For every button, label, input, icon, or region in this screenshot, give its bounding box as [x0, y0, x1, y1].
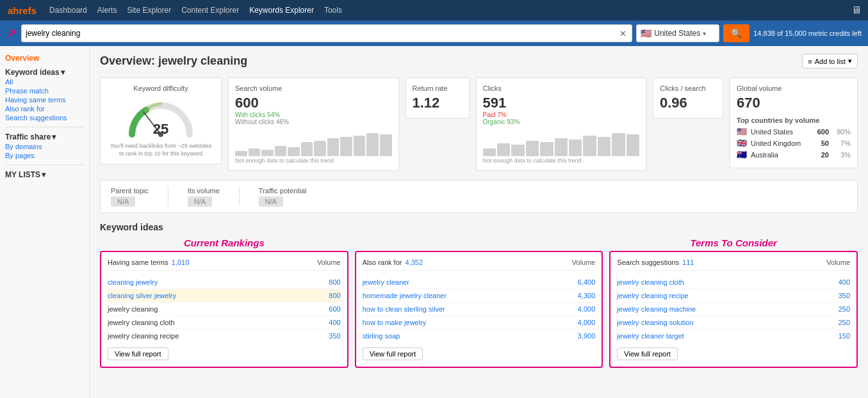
annotation-terms-to-consider: Terms To Consider [609, 237, 858, 251]
return-rate-block: Return rate 1.12 [405, 77, 470, 118]
au-pct: 3% [833, 151, 851, 159]
keyword-ideas-header: Keyword ideas [100, 222, 858, 232]
kw-volume: 4,300 [578, 292, 596, 299]
add-to-list-button[interactable]: ≡ Add to list ▾ [802, 54, 858, 68]
sidebar-overview-label[interactable]: Overview [5, 54, 84, 63]
clicks-organic: Organic 93% [483, 118, 640, 125]
clicks-label: Clicks [483, 84, 640, 92]
card2-header: Also rank for 4,352 Volume [363, 259, 596, 271]
having-same-terms-card: Having same terms 1,010 Volume cleaning … [100, 251, 348, 368]
chart-bar [354, 136, 366, 156]
search-button[interactable]: 🔍 [723, 24, 749, 42]
kw-link[interactable]: homemade jewelry cleaner [363, 292, 446, 299]
kw-link[interactable]: cleaning jewelry [108, 278, 158, 286]
sidebar-keyword-ideas: Keyword ideas ▾ All Phrase match Having … [5, 68, 84, 122]
sidebar-link-also-rank-for[interactable]: Also rank for [5, 105, 84, 113]
chart-bar [483, 148, 496, 156]
country-row-uk: 🇬🇧 United Kingdom 50 7% [737, 138, 851, 148]
chart-bar [555, 138, 568, 156]
keyword-ideas-section: Keyword ideas Current Rankings Terms To … [100, 222, 858, 368]
sv-with-clicks: With clicks 54% [235, 111, 392, 118]
view-full-report-button-3[interactable]: View full report [617, 347, 678, 360]
country-selector[interactable]: 🇺🇸 United States ▾ [636, 24, 719, 42]
sidebar-link-all[interactable]: All [5, 78, 84, 86]
kw-link[interactable]: jewelry cleaning recipe [617, 292, 688, 299]
volume-label: Its volume [188, 187, 220, 195]
sidebar-link-search-suggestions[interactable]: Search suggestions [5, 114, 84, 122]
global-volume-block: Global volume 670 Top countries by volum… [730, 77, 858, 168]
kw-link[interactable]: how to make jewelry [363, 319, 427, 326]
clear-search-button[interactable]: ✕ [618, 28, 628, 40]
top-nav: ahrefs Dashboard Alerts Site Explorer Co… [0, 0, 868, 20]
overview-keyword: jewelry cleaning [158, 54, 247, 67]
nav-content-explorer[interactable]: Content Explorer [181, 6, 239, 15]
list-item: how to make jewelry 4,000 [363, 316, 596, 330]
kw-link[interactable]: jewelry cleaner [363, 278, 409, 286]
nav-keywords-explorer[interactable]: Keywords Explorer [249, 6, 314, 15]
list-item: jewelry cleaning solution 250 [617, 316, 850, 330]
monitor-icon: 🖥 [851, 4, 862, 16]
kw-link[interactable]: jewelry cleaning machine [617, 305, 696, 313]
kw-link[interactable]: stirling soap [363, 332, 400, 340]
view-full-report-button-2[interactable]: View full report [363, 347, 423, 360]
gv-value: 670 [737, 95, 851, 111]
kw-volume: 350 [329, 332, 340, 340]
nav-alerts[interactable]: Alerts [97, 6, 117, 15]
kw-volume: 3,900 [578, 332, 596, 340]
card3-count-link[interactable]: 111 [682, 259, 694, 266]
chart-bar [275, 146, 287, 156]
kw-volume: 250 [839, 305, 850, 313]
card3-header: Search suggestions 111 Volume [617, 259, 850, 271]
list-item: jewelry cleaner 6,400 [363, 276, 596, 289]
chart-bar [583, 136, 596, 156]
chart-bar [301, 142, 313, 156]
kd-note: You'll need backlinks from ~29 websites … [107, 143, 215, 157]
chart-bar [314, 141, 326, 156]
parent-topic-label: Parent topic [111, 187, 149, 195]
ahrefs-logo: ahrefs [6, 5, 37, 16]
card1-count-link[interactable]: 1,010 [172, 259, 190, 266]
kw-link[interactable]: how to clean sterling silver [363, 305, 445, 313]
keyword-difficulty-block: Keyword difficulty 25 You'll [100, 77, 222, 164]
list-item: jewelry cleaning cloth 400 [617, 276, 850, 289]
card3-volume-col: Volume [826, 259, 850, 266]
kw-volume: 250 [839, 319, 850, 326]
annotations-row: Current Rankings Terms To Consider [100, 237, 858, 251]
chevron-down-icon: ▾ [703, 30, 706, 37]
sidebar-link-phrase-match[interactable]: Phrase match [5, 87, 84, 95]
list-item: stirling soap 3,900 [363, 330, 596, 342]
main-layout: Overview Keyword ideas ▾ All Phrase matc… [0, 46, 868, 398]
au-name: Australia [751, 151, 778, 159]
sidebar-link-having-same-terms[interactable]: Having same terms [5, 96, 84, 104]
card2-count-link[interactable]: 4,352 [405, 259, 423, 266]
kw-link-highlighted[interactable]: cleaning silver jewelry [108, 292, 176, 299]
kw-link[interactable]: jewelry cleaning cloth [617, 278, 684, 286]
view-full-report-button-1[interactable]: View full report [108, 347, 168, 360]
sidebar-link-by-domains[interactable]: By domains [5, 143, 84, 150]
kw-volume: 400 [839, 278, 850, 286]
search-input[interactable] [26, 29, 618, 38]
kw-plain: jewelry cleaning [108, 305, 158, 313]
card1-header-label: Having same terms 1,010 [108, 259, 189, 266]
kw-link[interactable]: jewelry cleaner target [617, 332, 684, 340]
sidebar-link-by-pages[interactable]: By pages [5, 152, 84, 159]
us-pct: 90% [833, 128, 851, 136]
kw-volume: 800 [329, 278, 340, 286]
nav-dashboard[interactable]: Dashboard [49, 6, 87, 15]
parent-topic-value: N/A [111, 196, 135, 207]
nav-tools[interactable]: Tools [324, 6, 342, 15]
cps-value: 0.96 [660, 95, 716, 111]
list-item: homemade jewelry cleaner 4,300 [363, 289, 596, 303]
annotation-current-rankings: Current Rankings [100, 237, 348, 248]
main-content: Overview: jewelry cleaning ≡ Add to list… [90, 46, 868, 398]
sidebar-my-lists: MY LISTS ▾ [5, 170, 84, 179]
kw-link[interactable]: jewelry cleaning solution [617, 319, 693, 326]
sidebar-my-lists-label[interactable]: MY LISTS ▾ [5, 170, 84, 179]
chevron-down-icon: ▾ [848, 57, 852, 65]
kw-volume: 6,400 [578, 278, 596, 286]
red-arrow-indicator: ↗ [6, 26, 16, 40]
parent-topic-row: Parent topic N/A Its volume N/A Traffic … [100, 180, 858, 213]
au-flag: 🇦🇺 [737, 150, 747, 159]
nav-site-explorer[interactable]: Site Explorer [127, 6, 171, 15]
top-countries-label: Top countries by volume [737, 116, 851, 124]
